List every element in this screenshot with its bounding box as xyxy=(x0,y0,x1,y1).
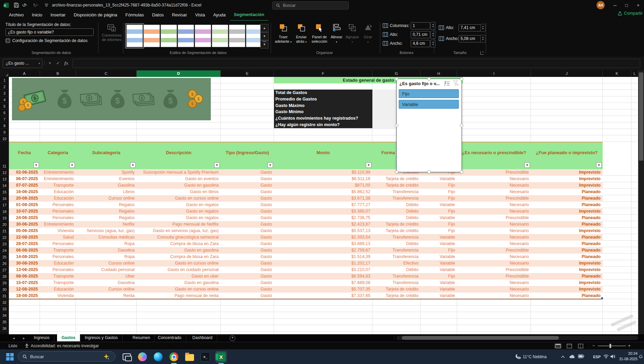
sheet-nav-right-icon[interactable]: ▸ xyxy=(20,334,28,342)
cell-tipo[interactable]: Gasto xyxy=(221,176,274,182)
filter-dropdown-icon[interactable] xyxy=(214,162,220,168)
row-header-23[interactable]: 23 xyxy=(0,241,9,247)
cell-forma[interactable]: Tarjeta de crédito xyxy=(372,176,421,182)
filter-dropdown-icon[interactable] xyxy=(69,162,75,168)
cell-fijo_variable[interactable]: Variable xyxy=(421,234,457,241)
horizontal-scrollbar-thumb[interactable] xyxy=(402,336,559,340)
quick-access-customize-icon[interactable] xyxy=(43,2,50,9)
weather-moon-icon[interactable] xyxy=(515,353,521,360)
sheet-tab-resumen[interactable]: Resumen xyxy=(128,334,155,342)
language-indicator[interactable]: ESP xyxy=(593,349,601,364)
cell-categoria[interactable]: Entretenimiento xyxy=(40,176,76,182)
zoom-out-icon[interactable]: − xyxy=(592,343,595,348)
undo-icon[interactable]: ↺▾ xyxy=(21,2,28,9)
field-ancho[interactable]: 4,6 cm xyxy=(411,40,430,47)
cell-categoria[interactable]: Personales xyxy=(40,267,76,273)
row-header-1[interactable]: 1 xyxy=(0,77,9,83)
tab-vista[interactable]: Vista xyxy=(191,10,209,21)
cell-planeado[interactable]: Imprevisto xyxy=(531,260,603,267)
cell-descripcion[interactable]: Gasto en uber xyxy=(137,273,221,280)
cell-tipo[interactable]: Gasto xyxy=(221,195,274,202)
cell-fijo_variable[interactable]: Fijo xyxy=(421,228,457,234)
cell-descripcion[interactable]: Gasto en servicios (agua, luz, gas) xyxy=(137,228,221,234)
row-header-21[interactable]: 21 xyxy=(0,228,9,234)
cell-descripcion[interactable]: Gasto en gasolina xyxy=(137,247,221,254)
cell-descripcion[interactable]: Gasto en cuidado personal xyxy=(137,267,221,273)
zoom-slider-thumb[interactable] xyxy=(609,344,611,348)
cell-monto[interactable]: $7.689,08 xyxy=(274,280,372,286)
field-alto[interactable]: 0,71 cm xyxy=(411,31,430,38)
sheet-tab-gastos[interactable]: Gastos xyxy=(57,334,80,342)
cell-tipo[interactable]: Gasto xyxy=(221,228,274,234)
cell-necesario[interactable]: Necesario xyxy=(457,260,531,267)
slicer-resize-handle[interactable] xyxy=(460,170,463,174)
cell-planeado[interactable]: Planeado xyxy=(531,221,603,228)
slicer-settings-button[interactable]: Configuración de Segmentación de datos xyxy=(5,38,87,43)
cell-tipo[interactable]: Gasto xyxy=(221,189,274,195)
cell-planeado[interactable]: Imprevisto xyxy=(531,267,603,273)
start-button[interactable] xyxy=(4,351,16,363)
view-page-layout-icon[interactable] xyxy=(565,343,573,348)
row-header-29[interactable]: 29 xyxy=(0,280,9,286)
cell-forma[interactable]: Débito xyxy=(372,215,421,221)
row-header-3[interactable]: 3 xyxy=(0,90,9,96)
cell-subcategoria[interactable]: Consultas médicas xyxy=(76,234,137,241)
horizontal-scrollbar[interactable] xyxy=(396,336,638,340)
cell-fijo_variable[interactable]: Fijo xyxy=(421,189,457,195)
cell-monto[interactable]: $2.736,75 xyxy=(274,215,372,221)
cell-descripcion[interactable]: Gasto en gasolina xyxy=(137,280,221,286)
vertical-scrollbar[interactable] xyxy=(638,70,644,334)
slicer-style-thumb[interactable] xyxy=(212,25,228,47)
slicer-style-thumb[interactable] xyxy=(161,25,177,47)
row-header-15[interactable]: 15 xyxy=(0,189,9,195)
tab-disposici-n-de-p-gina[interactable]: Disposición de página xyxy=(70,10,121,21)
cell-planeado[interactable]: Imprevisto xyxy=(531,182,603,189)
zoom-slider[interactable] xyxy=(598,346,626,346)
cell-tipo[interactable]: Gasto xyxy=(221,254,274,260)
tray-chevron-up-icon[interactable] xyxy=(561,349,565,364)
cell-categoria[interactable]: Transporte xyxy=(40,280,76,286)
add-sheet-button[interactable]: + xyxy=(230,335,235,341)
multi-select-icon[interactable] xyxy=(444,81,450,86)
slicer-style-thumb[interactable] xyxy=(195,25,211,47)
cell-forma[interactable]: Débito xyxy=(372,241,421,247)
column-header-G[interactable]: G xyxy=(372,70,421,77)
slicer-resize-handle[interactable] xyxy=(460,124,463,127)
notification-bell-icon[interactable] xyxy=(639,355,643,359)
cell-planeado[interactable]: Imprevisto xyxy=(531,280,603,286)
stepper[interactable]: ▲▼ xyxy=(480,24,485,32)
slicer-panel[interactable]: ¿Es gasto fijo o v... FijoVariable xyxy=(396,79,462,172)
titlebar-search[interactable]: Buscar xyxy=(272,1,349,10)
cell-fecha[interactable]: 05-06-2025 xyxy=(9,228,40,234)
cell-tipo[interactable]: Gasto xyxy=(221,241,274,247)
view-page-break-icon[interactable] xyxy=(577,343,584,348)
cell-descripcion[interactable]: Consulta ginecológica semestral xyxy=(137,234,221,241)
cell-categoria[interactable]: Educación xyxy=(40,260,76,267)
cell-monto[interactable]: $6.594,83 xyxy=(274,273,372,280)
cell-subcategoria[interactable]: Regalos xyxy=(76,202,137,208)
gallery-up-icon[interactable]: ▲ xyxy=(260,24,269,32)
slicer-style-thumb[interactable] xyxy=(126,25,143,47)
cell-necesario[interactable]: Necesario xyxy=(457,208,531,215)
edge-icon[interactable] xyxy=(152,351,164,363)
row-header-8[interactable]: 8 xyxy=(0,122,9,129)
cell-monto[interactable]: $7.337,65 xyxy=(274,293,372,299)
slicer-caption-input[interactable]: ¿Es gasto fijo o variable? xyxy=(5,28,94,36)
cell-descripcion[interactable]: Compra de blusa en Zara xyxy=(137,254,221,260)
cell-categoria[interactable]: Vivienda xyxy=(40,293,76,299)
row-header-2[interactable]: 2 xyxy=(0,83,9,90)
cell-fecha[interactable]: 30-06-2025 xyxy=(9,221,40,228)
row-header-13[interactable]: 13 xyxy=(0,176,9,182)
cell-fijo_variable[interactable]: Variable xyxy=(421,280,457,286)
terminal-icon[interactable]: >_ xyxy=(200,351,211,363)
row-header-32[interactable]: 32 xyxy=(0,299,9,306)
row-header-16[interactable]: 16 xyxy=(0,195,9,202)
cell-necesario[interactable]: Prescindible xyxy=(457,195,531,202)
cell-monto[interactable]: $6.511,16 xyxy=(274,176,372,182)
cell-fijo_variable[interactable]: Variable xyxy=(421,254,457,260)
cell-categoria[interactable]: Entretenimiento xyxy=(40,221,76,228)
weather-text[interactable]: 11°C Neblina xyxy=(523,349,547,364)
sheet-tab-dashboard[interactable]: Dashboard xyxy=(188,334,217,342)
row-header-34[interactable]: 34 xyxy=(0,312,9,319)
column-header-A[interactable]: A xyxy=(9,70,40,77)
